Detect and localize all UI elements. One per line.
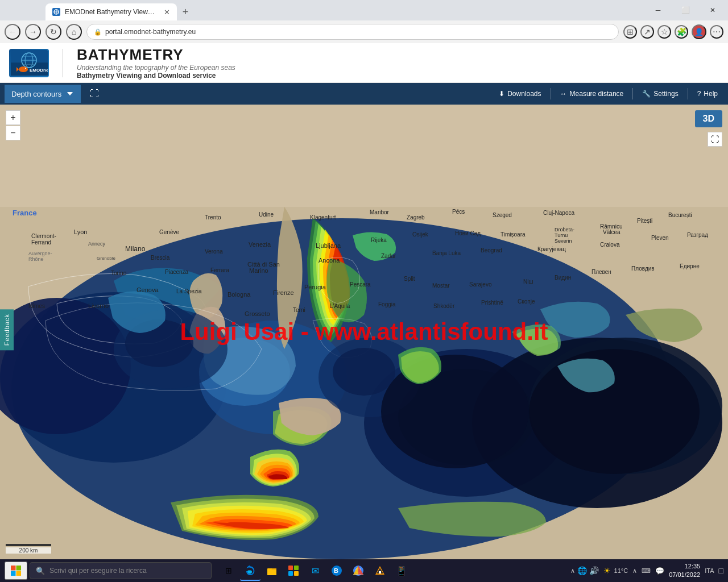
svg-rect-16 [0,105,728,207]
svg-text:EMODnet: EMODnet [30,68,48,73]
toolbar-right: ⬇ Downloads ↔ Measure distance 🔧 Setting… [493,88,723,100]
map-container[interactable]: France Clermont- Ferrand Lyon Annecy Gre… [0,105,728,559]
svg-text:Плевен: Плевен [592,269,611,275]
expand-map-button[interactable]: ⛶ [85,86,104,101]
vlc-icon [374,565,386,576]
tab-title: EMODnet Bathymetry Viewing a… [65,8,156,16]
help-button[interactable]: ? Help [692,88,723,100]
profile-icon[interactable]: 👤 [692,24,706,39]
measure-icon: ↔ [560,90,567,98]
svg-text:Perugia: Perugia [304,284,326,290]
settings-button[interactable]: 🔧 Settings [636,88,684,100]
svg-text:Venezia: Venezia [249,241,271,248]
reload-button[interactable]: ↻ [46,24,61,40]
svg-text:Osijek: Osijek [412,231,429,238]
mail-app[interactable]: ✉ [305,560,325,581]
volume-icon: 🔊 [589,566,599,575]
store-app[interactable] [283,560,304,581]
svg-text:Едирне: Едирне [680,263,700,269]
keyboard-icon: ⌨ [642,567,651,575]
url-bar[interactable]: 🔒 portal.emodnet-bathymetry.eu [86,24,619,40]
file-explorer-app[interactable] [262,560,282,581]
svg-text:Livorno: Livorno [88,302,109,309]
downloads-button[interactable]: ⬇ Downloads [493,88,547,100]
svg-text:Pescara: Pescara [350,281,371,288]
svg-rect-180 [16,571,22,576]
feedback-button[interactable]: Feedback [0,309,14,350]
svg-text:Скопје
    Благоевград
    Пло: Скопје Благоевград Пловдив Пловдив Marse… [518,298,535,305]
tab-close-btn[interactable]: ✕ [164,8,170,16]
svg-rect-183 [288,566,293,570]
network-icon: 🌐 [577,566,587,575]
svg-text:B: B [334,567,338,574]
svg-text:Milano: Milano [125,245,146,253]
home-button[interactable]: ⌂ [66,24,82,40]
share-icon[interactable]: ↗ [640,25,654,39]
3d-toggle-button[interactable]: 3D [695,110,722,127]
depth-contours-button[interactable]: Depth contours [5,85,81,103]
svg-text:Ferrara: Ferrara [210,267,229,273]
chrome-app[interactable] [348,560,369,581]
svg-text:Grosseto: Grosseto [245,310,270,317]
up-arrow-icon[interactable]: ∧ [570,567,575,575]
svg-text:Разград: Разград [687,232,708,238]
svg-text:Severin: Severin [555,238,572,244]
close-button[interactable]: ✕ [700,0,726,20]
svg-text:Prishtinë: Prishtinë [481,300,503,306]
start-button[interactable] [5,562,27,580]
new-tab-button[interactable]: + [177,3,194,20]
measure-distance-button[interactable]: ↔ Measure distance [555,88,630,100]
active-tab[interactable]: EMODnet Bathymetry Viewing a… ✕ [46,3,177,20]
search-bar[interactable]: 🔍 Scrivi qui per eseguire la ricerca [30,562,212,579]
svg-point-31 [529,349,700,474]
fullscreen-button[interactable]: ⛶ [708,132,722,147]
svg-text:Terni: Terni [293,307,305,313]
svg-rect-182 [267,569,276,575]
favorites-icon[interactable]: ☆ [657,25,671,39]
action-center-icon[interactable]: □ [719,566,723,575]
task-view-button[interactable]: ⊞ [218,560,239,581]
forward-button[interactable]: → [25,24,41,40]
svg-text:Pitești: Pitești [637,218,652,224]
edge-icon [245,564,256,576]
svg-rect-178 [16,566,22,571]
zoom-out-button[interactable]: − [6,126,20,140]
back-button[interactable]: ← [5,24,20,40]
app-icon-5[interactable]: B [326,560,347,581]
url-text: portal.emodnet-bathymetry.eu [105,28,611,36]
svg-text:France: France [13,209,37,217]
temperature-value: 11°C [614,567,628,574]
emodnet-logo: EMODnet [9,49,49,77]
chrome-icon [353,565,364,576]
svg-rect-179 [11,571,16,576]
store-icon [288,565,299,576]
edge-browser-app[interactable] [240,560,260,581]
map-toolbar: Depth contours ⛶ ⬇ Downloads ↔ Measure d… [0,83,728,105]
svg-text:Nîmes: Nîmes [28,303,45,309]
settings-dots-icon[interactable]: ⋯ [710,25,723,39]
notification-icon: 💬 [655,567,664,575]
bing-icon: B [331,565,342,576]
zoom-in-button[interactable]: + [6,110,20,125]
vlc-app[interactable] [370,560,390,581]
restore-button[interactable]: ⬜ [672,0,698,20]
feedback-label: Feedback [0,309,14,350]
system-tray: ∧ 🌐 🔊 [570,566,599,575]
extensions-icon[interactable]: 🧩 [675,25,688,39]
svg-text:Rhône: Rhône [28,256,44,262]
svg-text:La Spezia: La Spezia [176,288,202,294]
tray-expand-icon[interactable]: ∧ [632,567,637,575]
scale-line [6,544,51,546]
svg-text:Pécs: Pécs [452,209,465,215]
svg-text:Ferrand: Ferrand [31,239,51,246]
misc-app[interactable]: 📱 [391,560,412,581]
taskbar-apps: ⊞ ✉ B [218,560,412,581]
depth-contours-label: Depth contours [11,90,61,98]
svg-text:Split: Split [404,276,415,282]
clock[interactable]: 12:35 07/01/2022 [669,562,700,580]
dropdown-chevron-icon [66,90,74,98]
svg-text:Drobeta-: Drobeta- [555,227,574,232]
svg-text:Beograd: Beograd [481,247,502,253]
translate-icon[interactable]: ⊞ [623,25,637,39]
minimize-button[interactable]: ─ [645,0,671,20]
